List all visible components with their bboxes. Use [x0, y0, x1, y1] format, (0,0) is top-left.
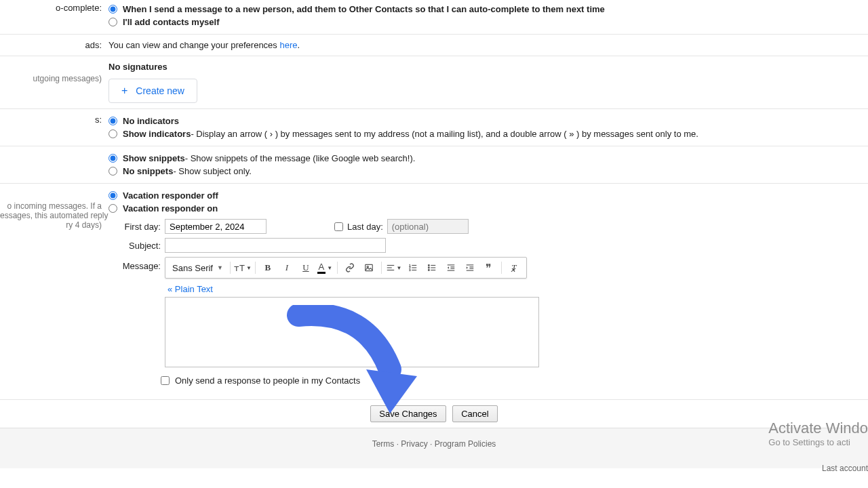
message-label: Message: [117, 257, 161, 271]
privacy-link[interactable]: Privacy [401, 439, 427, 449]
section-snippets: Show snippets - Show snippets of the mes… [0, 146, 868, 184]
plain-text-link[interactable]: « Plain Text [167, 284, 213, 294]
vacation-on: Vacation responder on [123, 203, 218, 214]
last-day-input[interactable] [387, 219, 469, 234]
vacation-radio-on[interactable] [108, 204, 117, 213]
autocomplete-radio-manual[interactable] [108, 18, 117, 26]
text-color-button[interactable]: A▼ [317, 260, 333, 275]
numbered-list-button[interactable]: 123 [405, 260, 421, 275]
cancel-button[interactable]: Cancel [452, 405, 497, 422]
plus-icon: + [121, 85, 127, 97]
vacation-sub3: ry 4 days) [0, 220, 102, 230]
indent-less-button[interactable] [443, 260, 459, 275]
snippets-radio-none[interactable] [108, 167, 117, 176]
snippets-radio-show[interactable] [108, 154, 117, 163]
save-changes-button[interactable]: Save Changes [370, 405, 446, 422]
last-day-checkbox[interactable] [334, 222, 343, 231]
indicators-opt1: No indicators [123, 116, 179, 126]
section-autocomplete: o-complete: When I send a message to a n… [0, 0, 868, 35]
first-day-input[interactable] [165, 219, 267, 234]
ads-text: You can view and change your preferences [108, 40, 279, 50]
snippets-opt1: Show snippets [123, 153, 185, 163]
message-toolbar: Sans Serif ▼ ᴛT▼ B I U A▼ [165, 257, 527, 279]
svg-text:3: 3 [409, 268, 411, 272]
indicators-radio-show[interactable] [108, 129, 117, 138]
font-family-select[interactable]: Sans Serif ▼ [170, 263, 226, 273]
section-signature: utgoing messages) No signatures + Create… [0, 56, 868, 109]
indicators-label: s: [95, 115, 102, 125]
autocomplete-radio-auto[interactable] [108, 5, 117, 14]
only-contacts-checkbox[interactable] [161, 376, 170, 385]
indent-more-button[interactable] [462, 260, 478, 275]
create-new-label: Create new [136, 85, 184, 96]
ads-after: . [298, 40, 300, 50]
signature-sub: utgoing messages) [0, 74, 102, 83]
subject-label: Subject: [117, 241, 161, 251]
svg-point-14 [428, 265, 429, 266]
snippets-opt2-desc: - Show subject only. [173, 166, 251, 176]
chevron-down-icon: ▼ [217, 264, 223, 271]
link-button[interactable] [342, 260, 358, 275]
last-account-text: Last account [822, 464, 868, 473]
vacation-sub2: essages, this automated reply [0, 211, 102, 220]
first-day-label: First day: [117, 222, 161, 232]
footer: Terms · Privacy · Program Policies Last … [0, 428, 868, 468]
autocomplete-opt2: I'll add contacts myself [123, 17, 220, 27]
svg-point-16 [428, 270, 429, 271]
font-size-button[interactable]: ᴛT▼ [235, 260, 251, 275]
font-family-label: Sans Serif [172, 263, 213, 273]
autocomplete-label: o-complete: [56, 3, 102, 13]
policies-link[interactable]: Program Policies [435, 439, 496, 449]
section-vacation: o incoming messages. If a essages, this … [0, 184, 868, 399]
vacation-radio-off[interactable] [108, 191, 117, 200]
underline-button[interactable]: U [298, 260, 314, 275]
ads-label: ads: [85, 40, 102, 50]
only-contacts-label: Only send a response to people in my Con… [175, 375, 360, 386]
autocomplete-opt1: When I send a message to a new person, a… [123, 4, 605, 14]
subject-input[interactable] [165, 238, 386, 253]
svg-point-15 [428, 267, 429, 268]
image-button[interactable] [361, 260, 377, 275]
last-day-label: Last day: [347, 222, 383, 232]
indicators-radio-none[interactable] [108, 117, 117, 125]
section-indicators: s: No indicators Show indicators - Displ… [0, 109, 868, 146]
quote-button[interactable]: ❞ [481, 260, 497, 275]
align-button[interactable]: ▼ [386, 260, 402, 275]
bold-button[interactable]: B [260, 260, 276, 275]
italic-button[interactable]: I [279, 260, 295, 275]
message-textarea[interactable] [165, 297, 539, 367]
terms-link[interactable]: Terms [372, 439, 395, 449]
snippets-opt1-desc: - Show snippets of the message (like Goo… [185, 153, 416, 163]
section-ads: ads: You can view and change your prefer… [0, 35, 868, 56]
indicators-opt2: Show indicators [123, 129, 191, 139]
create-new-signature-button[interactable]: + Create new [108, 79, 197, 103]
vacation-off: Vacation responder off [123, 190, 218, 201]
indicators-opt2-desc: - Display an arrow ( › ) by messages sen… [191, 129, 698, 139]
snippets-opt2: No snippets [123, 166, 173, 176]
ads-here-link[interactable]: here [279, 40, 297, 50]
svg-rect-0 [366, 264, 373, 270]
actions-bar: Save Changes Cancel [0, 399, 868, 428]
no-signatures-text: No signatures [108, 62, 868, 72]
vacation-sub1: o incoming messages. If a [0, 201, 102, 211]
remove-formatting-button[interactable]: T✕ [506, 260, 522, 275]
bullet-list-button[interactable] [424, 260, 440, 275]
